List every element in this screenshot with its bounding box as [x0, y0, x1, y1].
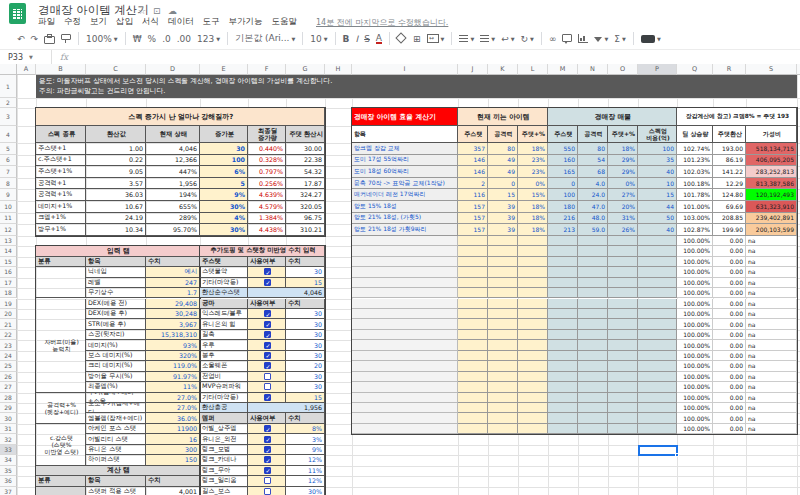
doping-checkbox-cell-r37[interactable]: [248, 487, 286, 495]
input-value-r23[interactable]: 93%: [146, 340, 200, 350]
checkbox-checked[interactable]: [264, 362, 271, 369]
auction-eff-r12[interactable]: 200,103,599: [746, 224, 797, 236]
auction-mkt-r6-2[interactable]: 29%: [608, 155, 638, 167]
row-header-11[interactable]: 11: [0, 213, 17, 225]
auction-gain-r7[interactable]: 102.03%: [677, 166, 713, 178]
auction-mkt-empty-r18[interactable]: [548, 288, 578, 298]
spec-cell-r8-c1[interactable]: 3.57: [86, 178, 146, 190]
doping-total-label-r18[interactable]: 환산순수스탯: [200, 288, 248, 298]
checkbox-checked[interactable]: [264, 331, 271, 338]
auction-cur-empty-r20[interactable]: [488, 309, 518, 319]
auction-mkt-r8-2[interactable]: 0%: [608, 178, 638, 190]
input-label-r16[interactable]: 닉네임: [86, 267, 146, 277]
auction-gain-r24[interactable]: 100.00%: [677, 351, 713, 361]
auction-mkt-empty-r16[interactable]: [578, 267, 608, 277]
auction-mkt-r6-0[interactable]: 160: [548, 155, 578, 167]
doping-hdr-r19-1[interactable]: 사용여부: [248, 299, 286, 309]
doping-checkbox-cell-r36[interactable]: [248, 476, 286, 486]
auction-name-r22[interactable]: [352, 330, 458, 340]
auction-cur-empty-r30[interactable]: [458, 413, 488, 423]
spec-cell-r9-c1[interactable]: 36.03: [86, 189, 146, 201]
auction-conv-r29[interactable]: 0.00: [713, 403, 746, 413]
row-header-28[interactable]: 28: [0, 393, 17, 403]
doping-hdr-r30-2[interactable]: 수치: [286, 413, 325, 423]
menu-2[interactable]: 보기: [90, 16, 107, 28]
auction-cur-empty-r27[interactable]: [458, 382, 488, 392]
auction-conv-r12[interactable]: 199.90: [713, 224, 746, 236]
doping-hdr-r15-0[interactable]: 주스탯: [200, 257, 248, 267]
input-value-r30[interactable]: 36.0%: [146, 413, 200, 423]
spec-cell-r7-c0[interactable]: 주스탯+1%: [36, 166, 86, 178]
auction-name-r7[interactable]: 도미 18성 60억짜리: [352, 166, 458, 178]
checkbox-unchecked[interactable]: [264, 488, 271, 495]
column-header-G[interactable]: G: [286, 64, 325, 75]
auction-mkt-empty-r14[interactable]: [608, 246, 638, 256]
auction-mkt-empty-r18[interactable]: [638, 288, 677, 298]
auction-eff-r18[interactable]: na: [746, 288, 797, 298]
input-label-r17[interactable]: 레벨: [86, 278, 146, 288]
spec-header-1[interactable]: 환산값: [86, 126, 146, 143]
auction-name-r8[interactable]: 몽축 70작 -> 표악공 교체(1작당): [352, 178, 458, 190]
auction-conv-r26[interactable]: 0.00: [713, 372, 746, 382]
auction-gain-r27[interactable]: 100.00%: [677, 382, 713, 392]
text-wrap-icon[interactable]: ↩▼: [501, 34, 514, 44]
spec-cell-r7-c2[interactable]: 447%: [146, 166, 200, 178]
auction-cur-r11-1[interactable]: 39: [488, 213, 518, 225]
increase-decimals-button[interactable]: .00: [177, 34, 191, 44]
auction-eff-r24[interactable]: na: [746, 351, 797, 361]
auction-gain-r25[interactable]: 100.00%: [677, 361, 713, 371]
auction-mkt-empty-r26[interactable]: [548, 372, 578, 382]
auction-cur-r8-1[interactable]: 0: [488, 178, 518, 190]
checkbox-checked[interactable]: [264, 467, 271, 474]
auction-mkt-empty-r22[interactable]: [548, 330, 578, 340]
input-category-0[interactable]: [36, 267, 86, 298]
auction-cur-empty-r25[interactable]: [518, 361, 548, 371]
doping-checkbox-cell-r24[interactable]: [248, 351, 286, 361]
auction-name-r17[interactable]: [352, 278, 458, 288]
auction-mkt-empty-r24[interactable]: [638, 351, 677, 361]
row-header-22[interactable]: 22: [0, 330, 17, 340]
auction-cur-empty-r15[interactable]: [458, 257, 488, 267]
input-label-r34[interactable]: 하이퍼스탯: [86, 455, 146, 465]
fill-color-icon[interactable]: [397, 34, 407, 44]
spec-cell-r10-c1[interactable]: 10.67: [86, 201, 146, 213]
calc-category[interactable]: [36, 487, 86, 495]
input-value-r20[interactable]: 30,248: [146, 309, 200, 319]
auction-name-r23[interactable]: [352, 340, 458, 350]
auction-cur-empty-r14[interactable]: [458, 246, 488, 256]
spec-cell-r5-c3[interactable]: 30: [200, 143, 248, 155]
spec-cell-r12-c3[interactable]: 30%: [200, 224, 248, 236]
column-header-J[interactable]: J: [458, 64, 488, 75]
row-header-10[interactable]: 10: [0, 201, 17, 213]
auction-cur-empty-r13[interactable]: [488, 236, 518, 246]
doping-value-r26[interactable]: 30: [286, 372, 325, 382]
row-header-30[interactable]: 30: [0, 413, 17, 423]
row-header-35[interactable]: 35: [0, 466, 17, 476]
row-header-14[interactable]: 14: [0, 246, 17, 256]
auction-group-current[interactable]: 현재 끼는 아이템: [458, 108, 548, 126]
auction-cur-r7-2[interactable]: 23%: [518, 166, 548, 178]
auction-mkt-r5-3[interactable]: 100: [638, 143, 677, 155]
row-header-9[interactable]: 9: [0, 189, 17, 201]
input-value-r26[interactable]: 91.97%: [146, 372, 200, 382]
spec-cell-r9-c4[interactable]: 4.639%: [248, 189, 286, 201]
auction-mkt-empty-r28[interactable]: [578, 393, 608, 403]
undo-icon[interactable]: ↶: [17, 34, 25, 44]
auction-name-r19[interactable]: [352, 299, 458, 309]
doping-label-r17[interactable]: 기타(마약등): [200, 278, 248, 288]
doping-value-r24[interactable]: 30: [286, 351, 325, 361]
spec-cell-r9-c2[interactable]: 194%: [146, 189, 200, 201]
auction-cur-empty-r21[interactable]: [458, 319, 488, 329]
doping-label-r20[interactable]: 익스레드/블루: [200, 309, 248, 319]
input-value-r17[interactable]: 247: [146, 278, 200, 288]
auction-name-r24[interactable]: [352, 351, 458, 361]
auction-mkt-r11-3[interactable]: 50: [638, 213, 677, 225]
auction-name-r21[interactable]: [352, 319, 458, 329]
auction-conv-r24[interactable]: 0.00: [713, 351, 746, 361]
auction-mkt-r8-1[interactable]: 4.0: [578, 178, 608, 190]
auction-eff-r19[interactable]: na: [746, 299, 797, 309]
auction-cur-r12-1[interactable]: 39: [488, 224, 518, 236]
spec-cell-r8-c0[interactable]: 공격력+1: [36, 178, 86, 190]
doping-checkbox-cell-r22[interactable]: [248, 330, 286, 340]
input-label-r25[interactable]: 크리 데미지(%): [86, 361, 146, 371]
